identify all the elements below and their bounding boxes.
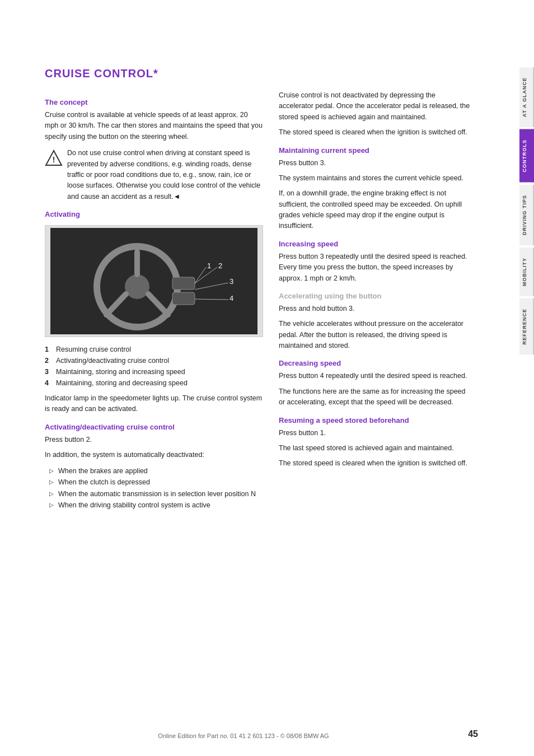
page-title: CRUISE CONTROL* — [45, 67, 470, 80]
act-deact-body1: In addition, the system is automatically… — [45, 450, 263, 460]
accelerating-press: Press and hold button 3. — [279, 304, 470, 314]
list-item-4: 4Maintaining, storing and decreasing spe… — [45, 377, 263, 389]
act-deact-press: Press button 2. — [45, 435, 263, 445]
right-intro-body2: The stored speed is cleared when the ign… — [279, 127, 470, 138]
section-increasing: Increasing speed Press button 3 repeated… — [279, 240, 470, 284]
warning-icon: ! — [45, 149, 63, 167]
footer: Online Edition for Part no. 01 41 2 601 … — [0, 732, 487, 739]
svg-point-4 — [125, 274, 149, 299]
section-maintaining: Maintaining current speed Press button 3… — [279, 146, 470, 232]
svg-text:4: 4 — [229, 294, 233, 302]
section-resuming-title: Resuming a speed stored beforehand — [279, 416, 470, 424]
decreasing-body: The functions here are the same as for i… — [279, 386, 470, 408]
svg-rect-9 — [172, 292, 195, 305]
accelerating-body: The vehicle accelerates without pressure… — [279, 319, 470, 351]
sidebar-tab-controls[interactable]: CONTROLS — [519, 129, 534, 183]
list-item-1: 1Resuming cruise control — [45, 344, 263, 355]
svg-text:2: 2 — [218, 262, 222, 270]
steering-wheel-image: 1 2 3 4 — [45, 225, 263, 337]
section-accelerating-title: Accelerating using the button — [279, 292, 470, 300]
section-accelerating: Accelerating using the button Press and … — [279, 292, 470, 352]
svg-rect-8 — [172, 277, 195, 290]
section-decreasing: Decreasing speed Press button 4 repeated… — [279, 359, 470, 408]
list-item-2: 2Activating/deactivating cruise control — [45, 355, 263, 366]
sidebar: AT A GLANCE CONTROLS DRIVING TIPS MOBILI… — [487, 0, 534, 756]
sidebar-tab-at-a-glance[interactable]: AT A GLANCE — [519, 67, 534, 127]
section-act-deact: Activating/deactivating cruise control P… — [45, 423, 263, 511]
section-resuming: Resuming a speed stored beforehand Press… — [279, 416, 470, 469]
section-act-deact-title: Activating/deactivating cruise control — [45, 423, 263, 431]
sidebar-tab-mobility[interactable]: MOBILITY — [519, 248, 534, 296]
warning-box: ! Do not use cruise control when driving… — [45, 148, 263, 202]
resuming-press: Press button 1. — [279, 428, 470, 438]
bullet-2: When the clutch is depressed — [49, 477, 263, 488]
resuming-body1: The last speed stored is achieved again … — [279, 443, 470, 454]
bullet-1: When the brakes are applied — [49, 465, 263, 477]
resuming-body2: The stored speed is cleared when the ign… — [279, 458, 470, 469]
increasing-body: Press button 3 repeatedly until the desi… — [279, 251, 470, 284]
bullet-4: When the driving stability control syste… — [49, 500, 263, 511]
svg-text:3: 3 — [229, 277, 233, 286]
svg-rect-2 — [50, 228, 257, 334]
page-number: 45 — [468, 729, 478, 739]
deact-bullets: When the brakes are applied When the clu… — [49, 465, 263, 512]
section-decreasing-title: Decreasing speed — [279, 359, 470, 367]
sidebar-tab-driving-tips[interactable]: DRIVING TIPS — [519, 185, 534, 245]
maintaining-body2: If, on a downhill grade, the engine brak… — [279, 188, 470, 232]
numbered-list: 1Resuming cruise control 2Activating/dea… — [45, 344, 263, 389]
concept-body: Cruise control is available at vehicle s… — [45, 110, 263, 142]
list-item-3: 3Maintaining, storing and increasing spe… — [45, 366, 263, 377]
bullet-3: When the automatic transmission is in se… — [49, 488, 263, 500]
indicator-text: Indicator lamp in the speedometer lights… — [45, 393, 263, 415]
maintaining-press: Press button 3. — [279, 158, 470, 169]
section-activating: Activating — [45, 210, 263, 415]
section-concept-title: The concept — [45, 98, 263, 106]
right-intro-body: Cruise control is not deactivated by dep… — [279, 90, 470, 123]
svg-text:!: ! — [53, 155, 55, 164]
sidebar-tab-reference[interactable]: REFERENCE — [519, 298, 534, 355]
section-activating-title: Activating — [45, 210, 263, 218]
section-maintaining-title: Maintaining current speed — [279, 146, 470, 155]
section-concept: The concept Cruise control is available … — [45, 98, 263, 202]
warning-text: Do not use cruise control when driving a… — [67, 148, 263, 202]
svg-text:1: 1 — [207, 262, 211, 270]
section-increasing-title: Increasing speed — [279, 240, 470, 248]
maintaining-body: The system maintains and stores the curr… — [279, 173, 470, 184]
decreasing-press: Press button 4 repeatedly until the desi… — [279, 371, 470, 381]
